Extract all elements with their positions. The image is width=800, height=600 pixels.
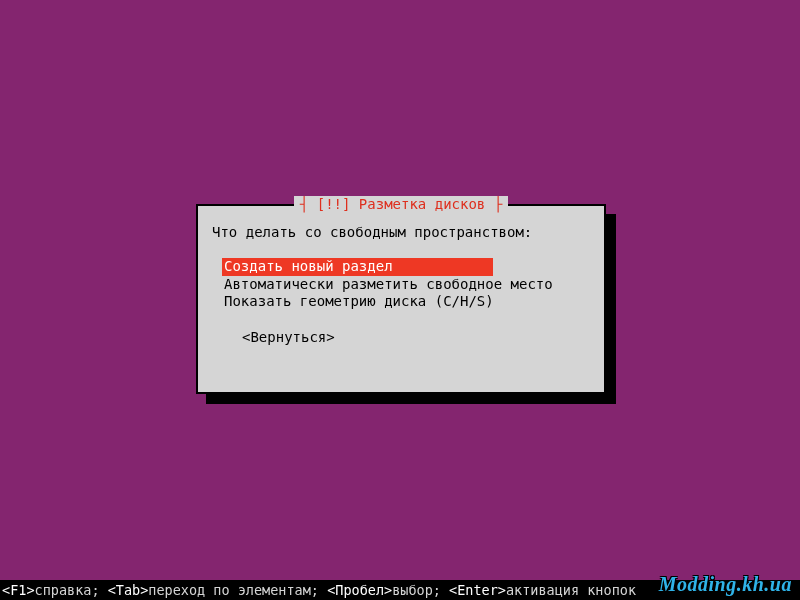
key-tab: <Tab> <box>108 582 149 598</box>
dialog-title-wrap: ┤ [!!] Разметка дисков ├ <box>198 196 604 212</box>
key-enter: <Enter> <box>449 582 506 598</box>
option-show-geometry[interactable]: Показать геометрию диска (C/H/S) <box>222 293 496 309</box>
key-f1: <F1> <box>2 582 35 598</box>
key-space: <Пробел> <box>327 582 392 598</box>
partition-dialog: ┤ [!!] Разметка дисков ├ Что делать со с… <box>196 204 606 394</box>
dialog-title: ┤ [!!] Разметка дисков ├ <box>294 196 508 212</box>
dialog-title-text: Разметка дисков <box>359 196 485 212</box>
option-auto-partition[interactable]: Автоматически разметить свободное место <box>222 276 555 292</box>
label-enter: активация кнопок <box>506 582 636 598</box>
option-create-partition[interactable]: Создать новый раздел <box>222 258 493 276</box>
label-tab: переход по элементам; <box>148 582 327 598</box>
watermark: Modding.kh.ua <box>659 573 792 596</box>
label-f1: справка; <box>35 582 108 598</box>
dialog-prompt: Что делать со свободным пространством: <box>212 224 590 240</box>
label-space: выбор; <box>392 582 449 598</box>
back-button[interactable]: <Вернуться> <box>242 329 590 345</box>
dialog-content: Что делать со свободным пространством: С… <box>198 206 604 355</box>
dialog-title-prefix: [!!] <box>317 196 351 212</box>
